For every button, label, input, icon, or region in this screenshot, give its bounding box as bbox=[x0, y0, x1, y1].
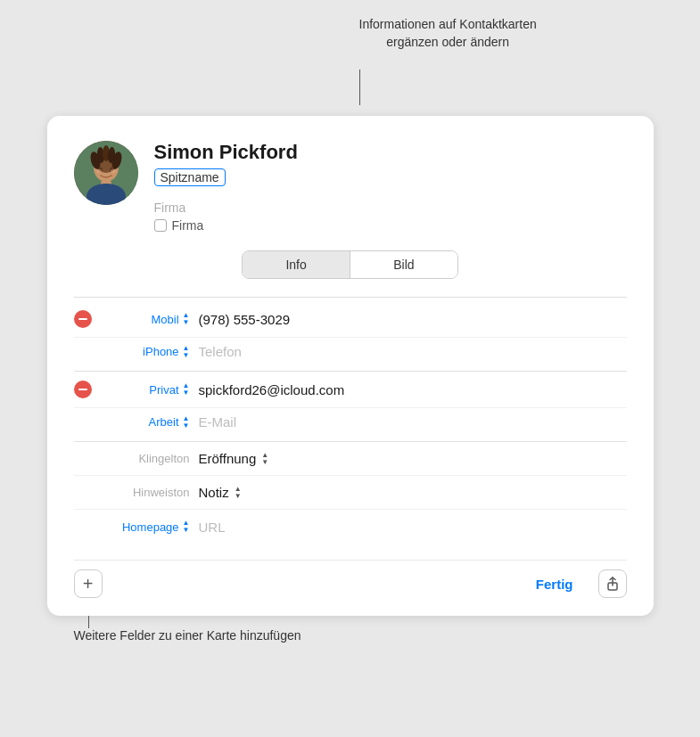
svg-point-13 bbox=[111, 169, 116, 173]
hinweiston-label-group: Hinweiston bbox=[101, 486, 190, 499]
klingelton-value[interactable]: Eröffnung ▲▼ bbox=[199, 451, 269, 466]
klingelton-label: Klingelton bbox=[138, 452, 189, 465]
iphone-label-group: iPhone ▲▼ bbox=[101, 345, 190, 359]
email-placeholder[interactable]: E-Mail bbox=[199, 414, 627, 430]
privat-label-group: Privat ▲▼ bbox=[101, 382, 190, 397]
homepage-label[interactable]: Homepage ▲▼ bbox=[122, 520, 190, 534]
email-field-row: Privat ▲▼ spickford26@icloud.com bbox=[74, 372, 627, 408]
homepage-row: Homepage ▲▼ URL bbox=[74, 510, 627, 544]
arbeit-stepper: ▲▼ bbox=[183, 415, 190, 430]
phone-label-group: Mobil ▲▼ bbox=[101, 312, 190, 326]
iphone-label[interactable]: iPhone ▲▼ bbox=[143, 345, 189, 359]
firma-checkbox[interactable] bbox=[154, 219, 167, 232]
iphone-stepper: ▲▼ bbox=[183, 345, 190, 359]
arbeit-label[interactable]: Arbeit ▲▼ bbox=[149, 415, 190, 430]
tooltip-bottom: Weitere Felder zu einer Karte hinzufügen bbox=[47, 628, 654, 643]
homepage-label-group: Homepage ▲▼ bbox=[101, 520, 190, 534]
firma-check-row: Firma bbox=[154, 218, 627, 233]
hinweiston-value[interactable]: Notiz ▲▼ bbox=[199, 485, 242, 500]
tooltip-top-line bbox=[359, 70, 360, 105]
privat-label[interactable]: Privat ▲▼ bbox=[149, 382, 189, 397]
arbeit-field-row: Arbeit ▲▼ E-Mail bbox=[74, 408, 627, 442]
tooltip-bottom-line bbox=[88, 616, 89, 628]
tab-group: Info Bild bbox=[242, 250, 457, 279]
firma-label: Firma bbox=[154, 201, 627, 215]
add-field-button[interactable]: + bbox=[74, 569, 103, 598]
klingelton-label-group: Klingelton bbox=[101, 452, 190, 465]
fertig-button[interactable]: Fertig bbox=[520, 571, 589, 597]
homepage-stepper: ▲▼ bbox=[183, 520, 190, 534]
klingelton-stepper: ▲▼ bbox=[261, 452, 268, 466]
card-header: Simon Pickford Spitzname Firma Firma bbox=[74, 141, 627, 233]
fields-section: Mobil ▲▼ (978) 555-3029 iPhone ▲▼ Telefo… bbox=[74, 297, 627, 544]
nickname-field[interactable]: Spitzname bbox=[154, 168, 226, 186]
homepage-value[interactable]: URL bbox=[199, 520, 627, 535]
share-button[interactable] bbox=[598, 569, 627, 598]
tab-info[interactable]: Info bbox=[243, 251, 349, 278]
contact-card: Simon Pickford Spitzname Firma Firma Inf… bbox=[47, 116, 654, 616]
iphone-placeholder[interactable]: Telefon bbox=[199, 344, 627, 359]
tab-bild[interactable]: Bild bbox=[350, 251, 457, 278]
share-icon bbox=[605, 576, 621, 592]
mobil-label[interactable]: Mobil ▲▼ bbox=[152, 312, 190, 326]
hinweiston-label: Hinweiston bbox=[133, 486, 190, 499]
avatar bbox=[74, 141, 138, 205]
svg-point-12 bbox=[96, 169, 102, 173]
remove-phone-button[interactable] bbox=[74, 310, 92, 328]
phone-value[interactable]: (978) 555-3029 bbox=[199, 312, 627, 327]
remove-email-button[interactable] bbox=[74, 381, 92, 398]
hinweiston-stepper: ▲▼ bbox=[235, 486, 242, 500]
tooltip-top: Informationen auf Kontaktkarten ergänzen… bbox=[359, 16, 537, 51]
hinweiston-row: Hinweiston Notiz ▲▼ bbox=[74, 476, 627, 510]
plus-icon: + bbox=[83, 574, 94, 594]
klingelton-row: Klingelton Eröffnung ▲▼ bbox=[74, 442, 627, 476]
bottom-bar: + Fertig bbox=[74, 560, 627, 598]
email-value[interactable]: spickford26@icloud.com bbox=[199, 382, 627, 397]
header-info: Simon Pickford Spitzname Firma Firma bbox=[154, 141, 627, 233]
mobil-stepper: ▲▼ bbox=[183, 312, 190, 326]
bottom-right: Fertig bbox=[520, 569, 627, 598]
firma-check-label: Firma bbox=[172, 218, 204, 233]
contact-name: Simon Pickford bbox=[154, 141, 627, 164]
phone-field-row: Mobil ▲▼ (978) 555-3029 bbox=[74, 301, 627, 338]
iphone-field-row: iPhone ▲▼ Telefon bbox=[74, 338, 627, 372]
privat-stepper: ▲▼ bbox=[183, 382, 190, 397]
tabs: Info Bild bbox=[74, 250, 627, 279]
arbeit-label-group: Arbeit ▲▼ bbox=[101, 415, 190, 430]
